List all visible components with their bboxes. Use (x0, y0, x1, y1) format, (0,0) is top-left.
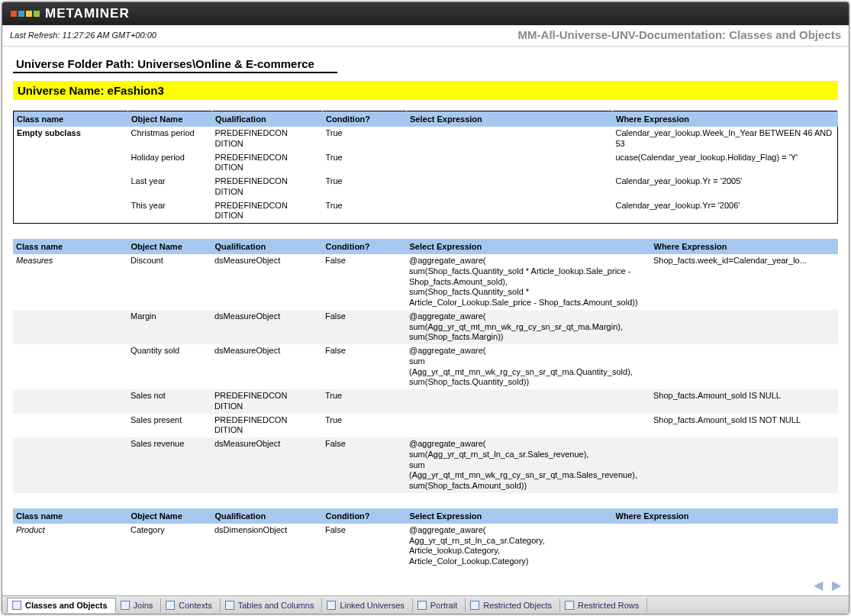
cell-condition: True (322, 389, 406, 414)
cell-where-expression (650, 437, 838, 493)
sheet-tab-icon (470, 601, 479, 610)
sheet-tabstrip: Classes and ObjectsJoinsContextsTables a… (2, 595, 849, 614)
cell-where-expression: Shop_facts.week_id=Calendar_year_lo... (650, 254, 838, 310)
cell-class-name (13, 437, 127, 493)
col-where-expression: Where Expression (650, 239, 838, 254)
cell-where-expression: Shop_facts.Amount_sold IS NOT NULL (650, 414, 838, 438)
cell-where-expression: Calendar_year_lookup.Yr = '2005' (613, 175, 838, 199)
col-qualification: Qualification (211, 239, 322, 254)
table-product: Class name Object Name Qualification Con… (13, 508, 838, 569)
cell-where-expression: Calendar_year_lookup.Week_In_Year BETWEE… (613, 127, 838, 151)
col-qualification: Qualification (212, 111, 323, 127)
cell-select-expression (406, 389, 650, 414)
cell-object-name: Sales present (127, 414, 211, 438)
cell-where-expression: Shop_facts.Amount_sold IS NULL (650, 389, 838, 414)
page-nav-arrows: ◀ ▶ (814, 578, 841, 592)
col-where-expression: Where Expression (613, 111, 838, 127)
cell-class-name (14, 151, 128, 176)
cell-condition: False (322, 344, 406, 389)
table-row: This yearPREDEFINEDCONDITIONTrueCalendar… (14, 199, 838, 224)
sheet-tab[interactable]: Restricted Rows (560, 598, 647, 612)
sheet-tab[interactable]: Joins (116, 598, 162, 612)
cell-qualification: dsMeasureObject (211, 344, 322, 389)
table-row: ProductCategorydsDimensionObjectFalse@ag… (13, 524, 838, 569)
col-qualification: Qualification (211, 508, 322, 524)
cell-object-name: Discount (127, 254, 211, 310)
col-class-name: Class name (14, 111, 128, 127)
table-row: Sales revenuedsMeasureObjectFalse@aggreg… (13, 437, 838, 493)
table-row: MeasuresDiscountdsMeasureObjectFalse@agg… (13, 254, 838, 310)
cell-qualification: dsMeasureObject (211, 254, 322, 310)
cell-qualification: dsMeasureObject (211, 437, 322, 493)
table-row: MargindsMeasureObjectFalse@aggregate_awa… (13, 310, 838, 344)
app-brand: METAMINER (45, 6, 130, 21)
cell-where-expression (650, 344, 838, 389)
cell-select-expression: @aggregate_aware(sum(Shop_facts.Quantity… (406, 254, 650, 310)
cell-condition: True (323, 175, 407, 199)
cell-object-name: Category (127, 524, 211, 569)
app-logo-icon (10, 10, 40, 18)
sheet-tab[interactable]: Portrait (413, 598, 466, 612)
cell-select-expression: @aggregate_aware(sum(Agg_yr_qt_rn_st_ln_… (406, 437, 650, 493)
sheet-tab-label: Contexts (179, 601, 211, 610)
cell-where-expression: ucase(Calendar_year_lookup.Holiday_Flag)… (613, 151, 838, 176)
cell-condition: False (322, 524, 406, 569)
cell-where-expression (612, 524, 838, 569)
cell-condition: True (323, 151, 407, 176)
universe-name: Universe Name: eFashion3 (13, 81, 838, 100)
sheet-tab[interactable]: Linked Universes (322, 598, 412, 612)
sheet-tab[interactable]: Classes and Objects (7, 598, 116, 613)
cell-select-expression: @aggregate_aware(Agg_yr_qt_rn_st_ln_ca_s… (406, 524, 612, 569)
cell-object-name: Margin (127, 310, 211, 344)
next-page-icon[interactable]: ▶ (832, 578, 841, 592)
col-condition: Condition? (322, 239, 406, 254)
cell-where-expression (650, 310, 838, 344)
col-where-expression: Where Expression (612, 508, 838, 524)
table-header-row: Class name Object Name Qualification Con… (13, 239, 838, 254)
cell-select-expression (407, 127, 613, 151)
cell-select-expression (407, 175, 613, 199)
sheet-tab-icon (417, 601, 427, 610)
cell-qualification: PREDEFINEDCONDITION (212, 127, 323, 151)
cell-class-name (13, 310, 127, 344)
last-refresh-label: Last Refresh: 11:27:26 AM GMT+00:00 (10, 31, 156, 40)
sheet-tab-label: Restricted Rows (578, 601, 639, 610)
app-header: METAMINER (2, 2, 849, 25)
sub-header: Last Refresh: 11:27:26 AM GMT+00:00 MM-A… (2, 25, 849, 47)
cell-select-expression: @aggregate_aware(sum(Agg_yr_qt_mt_mn_wk_… (406, 310, 650, 344)
sheet-tab-label: Tables and Columns (238, 601, 314, 610)
table-empty-subclass: Class name Object Name Qualification Con… (13, 111, 838, 224)
cell-condition: True (323, 199, 407, 224)
cell-object-name: Sales revenue (127, 437, 211, 493)
cell-qualification: PREDEFINEDCONDITION (212, 199, 323, 224)
sheet-tab-label: Joins (134, 601, 153, 610)
cell-condition: False (322, 437, 406, 493)
sheet-tab-label: Portrait (430, 601, 457, 610)
cell-qualification: PREDEFINEDCONDITION (211, 389, 322, 414)
col-select-expression: Select Expression (407, 111, 613, 127)
cell-qualification: dsDimensionObject (211, 524, 322, 569)
sheet-tab-icon (327, 601, 336, 610)
sheet-tab-icon (121, 601, 130, 610)
sheet-tab[interactable]: Contexts (161, 598, 220, 612)
cell-select-expression (407, 199, 613, 224)
table-row: Sales presentPREDEFINEDCONDITIONTrueShop… (13, 414, 838, 438)
cell-class-name: Measures (13, 254, 127, 310)
cell-class-name (14, 199, 128, 224)
cell-select-expression (407, 151, 613, 176)
col-object-name: Object Name (127, 508, 211, 524)
cell-object-name: Quantity sold (127, 344, 211, 389)
cell-condition: True (323, 127, 407, 151)
table-header-row: Class name Object Name Qualification Con… (14, 111, 838, 127)
table-row: Last yearPREDEFINEDCONDITIONTrueCalendar… (14, 175, 838, 199)
sheet-tab[interactable]: Restricted Objects (466, 598, 560, 612)
report-body: Universe Folder Path: Universes\Online &… (2, 47, 849, 614)
prev-page-icon[interactable]: ◀ (814, 578, 823, 592)
cell-object-name: Christmas period (128, 127, 212, 151)
sheet-tab[interactable]: Tables and Columns (221, 598, 323, 612)
cell-condition: False (322, 254, 406, 310)
sheet-tab-icon (166, 601, 175, 610)
sheet-tab-label: Linked Universes (340, 601, 404, 610)
sheet-tab-label: Classes and Objects (25, 601, 108, 610)
col-object-name: Object Name (127, 239, 211, 254)
